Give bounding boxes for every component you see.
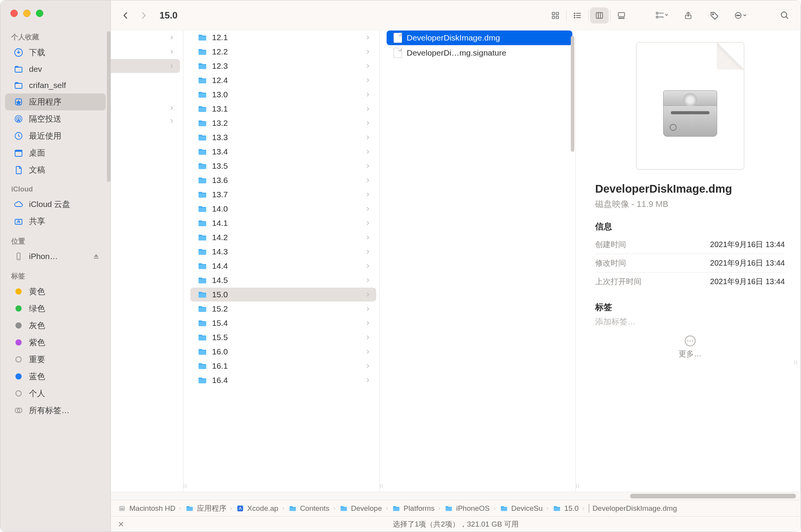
- sidebar-item[interactable]: 个人: [5, 385, 106, 402]
- folder-row[interactable]: 15.0: [190, 288, 376, 302]
- horizontal-scrollbar-thumb[interactable]: [630, 494, 796, 498]
- sidebar-item[interactable]: 灰色: [5, 317, 106, 334]
- path-crumb[interactable]: iPhoneOS: [445, 504, 490, 513]
- search-button[interactable]: [776, 7, 794, 24]
- preview-resize-handle[interactable]: ||: [794, 360, 798, 364]
- share-button[interactable]: [679, 7, 697, 24]
- folder-row[interactable]: 15.2: [190, 302, 376, 316]
- sidebar-item[interactable]: 最近使用: [5, 127, 106, 144]
- folder-row[interactable]: 13.3: [190, 130, 376, 144]
- column-3[interactable]: DeveloperDiskImage.dmgDeveloperDi…mg.sig…: [384, 30, 576, 492]
- folder-row[interactable]: 16.4: [190, 373, 376, 387]
- path-crumb[interactable]: 15.0: [553, 504, 579, 513]
- folder-row[interactable]: 14.5: [190, 273, 376, 287]
- folder-row[interactable]: 16.0: [190, 345, 376, 359]
- sidebar-item-label: 下载: [29, 47, 45, 58]
- folder-row[interactable]: ignature: [111, 30, 180, 44]
- path-crumb[interactable]: DeviceSu: [500, 504, 543, 513]
- folder-row[interactable]: 12.4: [190, 73, 376, 87]
- svg-point-54: [692, 340, 693, 341]
- path-crumb[interactable]: Platforms: [392, 504, 434, 513]
- crumb-label: 15.0: [564, 504, 579, 513]
- path-crumb[interactable]: Macintosh HD: [118, 504, 175, 513]
- preview-more[interactable]: 更多…: [679, 335, 702, 359]
- folder-row[interactable]: 14.3: [190, 245, 376, 259]
- status-close-button[interactable]: ✕: [118, 520, 124, 529]
- sidebar-scrollbar[interactable]: [107, 31, 110, 182]
- sidebar-item[interactable]: 共享: [5, 213, 106, 230]
- view-columns-button[interactable]: [590, 7, 609, 24]
- folder-row[interactable]: 14.4: [190, 259, 376, 273]
- view-grid-button[interactable]: [546, 7, 565, 24]
- sidebar-item[interactable]: 重要: [5, 351, 106, 368]
- folder-row[interactable]: 12.3: [190, 59, 376, 73]
- folder-row[interactable]: 13.6: [190, 173, 376, 187]
- sidebar-item[interactable]: 应用程序: [5, 93, 106, 110]
- view-gallery-button[interactable]: [612, 7, 631, 24]
- tags-button[interactable]: [706, 7, 723, 24]
- group-by-button[interactable]: [653, 7, 671, 24]
- back-button[interactable]: [118, 8, 133, 23]
- sidebar-item[interactable]: 下载: [5, 44, 106, 61]
- path-crumb[interactable]: DeveloperDiskImage.dmg: [589, 504, 677, 513]
- folder-row[interactable]: 12.1: [190, 30, 376, 44]
- row-label: 13.3: [212, 133, 361, 142]
- sidebar-item[interactable]: 紫色: [5, 334, 106, 351]
- folder-row[interactable]: 12.2: [190, 45, 376, 59]
- column-scrollbar[interactable]: [571, 36, 574, 152]
- doc-icon: [14, 165, 24, 175]
- column-resize-handle[interactable]: ||: [576, 30, 580, 492]
- row-label: 12.4: [212, 76, 361, 85]
- column-1[interactable]: ignatureerSupportnsst.plist: [111, 30, 183, 492]
- folder-row[interactable]: [111, 102, 180, 114]
- sidebar-item[interactable]: 蓝色: [5, 368, 106, 385]
- svg-point-48: [738, 15, 738, 16]
- folder-row[interactable]: ns: [111, 73, 180, 87]
- folder-row[interactable]: 13.5: [190, 159, 376, 173]
- folder-row[interactable]: 13.4: [190, 145, 376, 159]
- file-row[interactable]: DeveloperDi…mg.signature: [387, 46, 572, 60]
- minimize-button[interactable]: [23, 10, 31, 17]
- file-row[interactable]: DeveloperDiskImage.dmg: [387, 30, 572, 45]
- folder-row[interactable]: 13.1: [190, 102, 376, 116]
- folder-row[interactable]: er: [111, 45, 180, 59]
- path-crumb[interactable]: Xcode.ap: [236, 504, 278, 513]
- folder-row[interactable]: 13.0: [190, 88, 376, 102]
- zoom-button[interactable]: [36, 10, 43, 17]
- folder-row[interactable]: [111, 115, 180, 127]
- forward-button[interactable]: [136, 8, 152, 23]
- folder-row[interactable]: 15.4: [190, 316, 376, 330]
- sidebar-item[interactable]: crifan_self: [5, 77, 106, 93]
- folder-row[interactable]: .plist: [111, 127, 180, 141]
- sidebar-item[interactable]: 文稿: [5, 161, 106, 178]
- sidebar-item[interactable]: 黄色: [5, 283, 106, 300]
- folder-row[interactable]: Support: [111, 59, 180, 73]
- sidebar-item[interactable]: iPhon…: [5, 248, 106, 264]
- sidebar-item-label: 桌面: [29, 147, 45, 158]
- action-menu-button[interactable]: [732, 7, 750, 24]
- folder-row[interactable]: 15.5: [190, 330, 376, 344]
- folder-row[interactable]: 14.1: [190, 216, 376, 230]
- sidebar-item[interactable]: iCloud 云盘: [5, 196, 106, 213]
- folder-row[interactable]: 13.2: [190, 116, 376, 130]
- sidebar-item[interactable]: 隔空投送: [5, 110, 106, 127]
- sidebar-item[interactable]: 绿色: [5, 300, 106, 317]
- sidebar-item[interactable]: 桌面: [5, 144, 106, 161]
- view-list-button[interactable]: [568, 7, 587, 24]
- path-crumb[interactable]: 应用程序: [185, 503, 226, 513]
- column-resize-handle[interactable]: ||: [183, 30, 187, 492]
- path-crumb[interactable]: Develope: [339, 504, 382, 513]
- eject-icon[interactable]: [93, 253, 100, 260]
- column-resize-handle[interactable]: ||: [380, 30, 384, 492]
- path-crumb[interactable]: Contents: [288, 504, 329, 513]
- sidebar-item[interactable]: 所有标签…: [5, 402, 106, 419]
- folder-row[interactable]: 13.7: [190, 188, 376, 202]
- folder-row[interactable]: 14.0: [190, 202, 376, 216]
- add-tags-field[interactable]: 添加标签…: [595, 316, 636, 327]
- folder-row[interactable]: 16.1: [190, 359, 376, 373]
- folder-row[interactable]: st: [111, 88, 180, 102]
- close-button[interactable]: [10, 10, 18, 17]
- column-2[interactable]: 12.112.212.312.413.013.113.213.313.413.5…: [187, 30, 380, 492]
- folder-row[interactable]: 14.2: [190, 230, 376, 244]
- sidebar-item[interactable]: dev: [5, 61, 106, 77]
